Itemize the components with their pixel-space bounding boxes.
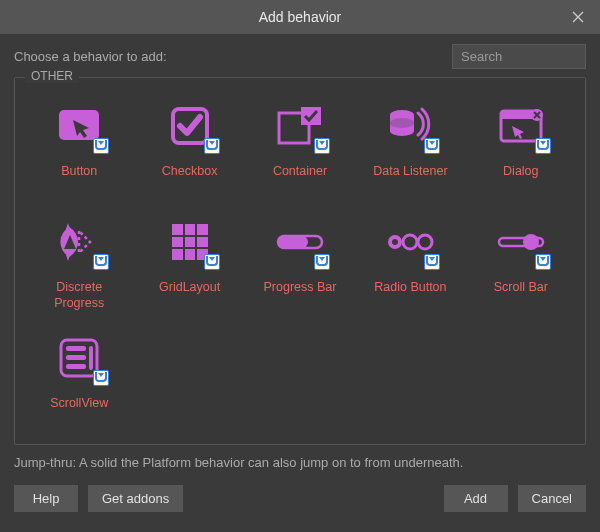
dialog-icon (497, 102, 545, 150)
item-dialog[interactable]: Dialog (469, 94, 573, 204)
help-button[interactable]: Help (14, 485, 78, 512)
radio-button-icon (386, 218, 434, 266)
item-label: Radio Button (374, 280, 446, 296)
svg-rect-19 (66, 346, 86, 351)
section-label: OTHER (25, 69, 79, 83)
item-label: Dialog (503, 164, 538, 180)
item-label: GridLayout (159, 280, 220, 296)
data-listener-icon (386, 102, 434, 150)
item-grid-layout[interactable]: GridLayout (137, 210, 241, 320)
svg-point-17 (523, 234, 539, 250)
item-data-listener[interactable]: Data Listener (358, 94, 462, 204)
item-label: Data Listener (373, 164, 447, 180)
addon-badge-icon (204, 138, 220, 154)
item-radio-button[interactable]: Radio Button (358, 210, 462, 320)
addon-badge-icon (93, 254, 109, 270)
scroll-view-icon (55, 334, 103, 382)
grid-layout-icon (166, 218, 214, 266)
addon-badge-icon (424, 138, 440, 154)
svg-rect-21 (66, 364, 86, 369)
addon-badge-icon (93, 138, 109, 154)
svg-rect-20 (66, 355, 86, 360)
addon-badge-icon (424, 254, 440, 270)
item-scroll-bar[interactable]: Scroll Bar (469, 210, 573, 320)
svg-rect-22 (89, 346, 93, 370)
close-button[interactable] (556, 0, 600, 34)
description-text: Jump-thru: A solid the Platform behavior… (0, 449, 600, 477)
svg-point-5 (390, 118, 414, 128)
search-input[interactable] (452, 44, 586, 69)
prompt-label: Choose a behavior to add: (14, 49, 167, 64)
behavior-panel: OTHER Button (14, 77, 586, 445)
top-row: Choose a behavior to add: (0, 34, 600, 77)
scroll-bar-icon (497, 218, 545, 266)
container-icon (276, 102, 324, 150)
item-label: Progress Bar (264, 280, 337, 296)
item-checkbox[interactable]: Checkbox (137, 94, 241, 204)
item-label: Button (61, 164, 97, 180)
checkbox-icon (166, 102, 214, 150)
scroll-area[interactable]: Button Checkbox (21, 86, 579, 438)
close-icon (572, 11, 584, 23)
addon-badge-icon (535, 254, 551, 270)
addon-badge-icon (314, 254, 330, 270)
progress-bar-icon (276, 218, 324, 266)
item-scroll-view[interactable]: ScrollView (27, 326, 131, 436)
get-addons-button[interactable]: Get addons (88, 485, 183, 512)
svg-rect-9 (172, 224, 208, 260)
dialog-title: Add behavior (259, 9, 342, 25)
button-icon (55, 102, 103, 150)
discrete-progress-icon (55, 218, 103, 266)
item-label: ScrollView (50, 396, 108, 412)
item-label: Scroll Bar (494, 280, 548, 296)
addon-badge-icon (535, 138, 551, 154)
item-button[interactable]: Button (27, 94, 131, 204)
svg-point-15 (418, 235, 432, 249)
behavior-grid: Button Checkbox (21, 86, 579, 438)
item-label: Discrete Progress (33, 280, 125, 311)
addon-badge-icon (93, 370, 109, 386)
item-label: Checkbox (162, 164, 218, 180)
titlebar: Add behavior (0, 0, 600, 34)
svg-point-14 (403, 235, 417, 249)
item-discrete-progress[interactable]: Discrete Progress (27, 210, 131, 320)
svg-point-13 (392, 239, 398, 245)
add-button[interactable]: Add (444, 485, 508, 512)
item-container[interactable]: Container (248, 94, 352, 204)
addon-badge-icon (314, 138, 330, 154)
item-progress-bar[interactable]: Progress Bar (248, 210, 352, 320)
item-label: Container (273, 164, 327, 180)
cancel-button[interactable]: Cancel (518, 485, 586, 512)
svg-rect-11 (278, 236, 308, 248)
footer: Help Get addons Add Cancel (0, 477, 600, 524)
addon-badge-icon (204, 254, 220, 270)
